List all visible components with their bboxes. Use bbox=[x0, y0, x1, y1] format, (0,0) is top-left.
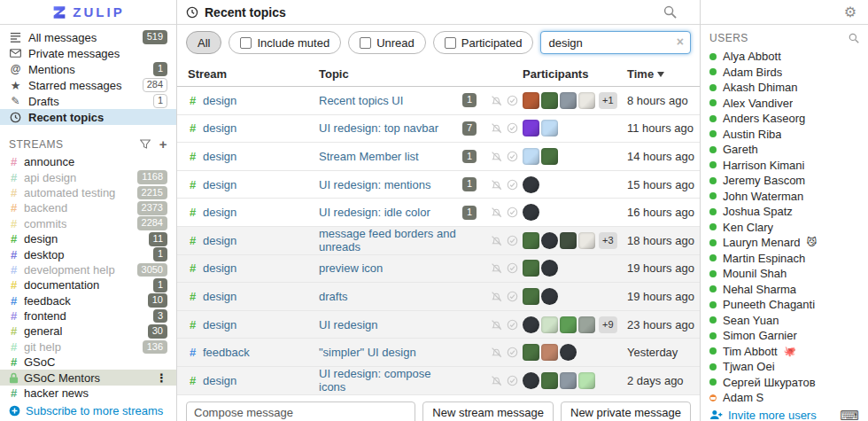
stream-link[interactable]: design bbox=[203, 150, 236, 163]
user-list-item[interactable]: Akash Dhiman bbox=[701, 80, 868, 96]
stream-link[interactable]: design bbox=[203, 234, 236, 247]
participant-avatar[interactable] bbox=[541, 372, 558, 389]
sidebar-stream-automated-testing[interactable]: #automated testing2215 bbox=[0, 185, 176, 200]
clear-search-icon[interactable]: × bbox=[677, 35, 684, 49]
mute-topic-icon[interactable] bbox=[491, 95, 502, 106]
participant-avatar[interactable] bbox=[523, 316, 539, 333]
mute-topic-icon[interactable] bbox=[491, 235, 502, 246]
stream-link[interactable]: design bbox=[203, 94, 236, 107]
user-list-item[interactable]: Adam S bbox=[701, 390, 868, 406]
sidebar-stream-development-help[interactable]: #development help3050 bbox=[0, 262, 176, 277]
user-list-item[interactable]: Nehal Sharma bbox=[701, 282, 868, 298]
user-list-item[interactable]: Joshua Spatz bbox=[701, 204, 868, 220]
participant-avatar[interactable] bbox=[541, 316, 558, 333]
mute-topic-icon[interactable] bbox=[491, 375, 502, 386]
stream-link[interactable]: design bbox=[203, 261, 236, 275]
mark-read-icon[interactable] bbox=[507, 375, 518, 386]
topic-link[interactable]: UI redesign: idle color bbox=[319, 206, 430, 219]
topic-row[interactable]: #designStream Member list114 hours ago bbox=[177, 142, 700, 170]
topic-link[interactable]: UI redesign: mentions bbox=[319, 178, 430, 191]
gear-icon[interactable]: ⚙ bbox=[844, 5, 856, 19]
participant-avatar[interactable] bbox=[523, 204, 539, 221]
filter-include-muted-button[interactable]: Include muted bbox=[229, 31, 341, 54]
mark-read-icon[interactable] bbox=[507, 207, 518, 218]
topic-row[interactable]: #designUI redesign: idle color116 hours … bbox=[177, 198, 700, 226]
participant-avatar[interactable] bbox=[523, 120, 539, 136]
include-muted-checkbox[interactable] bbox=[240, 37, 252, 49]
user-list-item[interactable]: Gareth bbox=[701, 142, 868, 158]
topic-link[interactable]: preview icon bbox=[319, 261, 383, 275]
user-list-item[interactable]: Martin Espinach bbox=[701, 251, 868, 267]
mute-topic-icon[interactable] bbox=[491, 347, 502, 358]
user-list-item[interactable]: Sean Yuan bbox=[701, 313, 868, 329]
participant-avatar[interactable] bbox=[578, 232, 595, 249]
user-list-item[interactable]: Adam Birds bbox=[701, 65, 868, 81]
participant-avatar[interactable] bbox=[560, 232, 577, 249]
mark-read-icon[interactable] bbox=[507, 235, 518, 246]
user-list-item[interactable]: Harrison Kimani bbox=[701, 158, 868, 174]
participant-avatar[interactable] bbox=[523, 344, 539, 361]
filter-participated-button[interactable]: Participated bbox=[433, 31, 534, 54]
sidebar-item-starred-messages[interactable]: ★Starred messages284 bbox=[0, 77, 176, 93]
mute-topic-icon[interactable] bbox=[491, 151, 502, 162]
mark-read-icon[interactable] bbox=[507, 122, 518, 134]
filter-all-button[interactable]: All bbox=[186, 31, 221, 54]
mark-read-icon[interactable] bbox=[507, 319, 518, 331]
invite-more-users-link[interactable]: Invite more users bbox=[728, 409, 817, 421]
mark-read-icon[interactable] bbox=[507, 347, 518, 358]
user-list-item[interactable]: John Waterman bbox=[701, 189, 868, 205]
navbar-search-icon[interactable] bbox=[663, 5, 677, 19]
participant-avatar[interactable] bbox=[578, 372, 595, 389]
sidebar-item-drafts[interactable]: ✎Drafts1 bbox=[0, 93, 176, 109]
topic-row[interactable]: #designRecent topics UI1+18 hours ago bbox=[177, 87, 700, 114]
user-list-item[interactable]: Alya Abbott bbox=[701, 49, 868, 65]
stream-link[interactable]: design bbox=[203, 121, 236, 135]
mute-topic-icon[interactable] bbox=[491, 207, 502, 218]
stream-link[interactable]: design bbox=[203, 318, 236, 331]
stream-link[interactable]: design bbox=[203, 178, 236, 191]
participant-avatar[interactable] bbox=[523, 260, 539, 277]
add-stream-icon[interactable]: + bbox=[159, 137, 167, 151]
participant-avatar[interactable] bbox=[578, 316, 595, 333]
sidebar-stream-api-design[interactable]: #api design1168 bbox=[0, 169, 176, 184]
user-list-item[interactable]: Сергей Шкуратов bbox=[701, 375, 868, 391]
topic-row[interactable]: #designUI redesign: mentions115 hours ag… bbox=[177, 170, 700, 199]
participant-avatar[interactable] bbox=[560, 316, 577, 333]
column-header-participants[interactable]: Participants bbox=[523, 67, 627, 81]
new-stream-message-button[interactable]: New stream message bbox=[422, 402, 554, 421]
sidebar-stream-hacker-news[interactable]: #hacker news bbox=[0, 386, 176, 401]
stream-menu-icon[interactable]: ⋮ bbox=[156, 371, 167, 385]
user-list-item[interactable]: Puneeth Chaganti bbox=[701, 297, 868, 313]
topic-link[interactable]: Recent topics UI bbox=[319, 94, 403, 107]
topic-row[interactable]: #designUI redesign+923 hours ago bbox=[177, 310, 700, 339]
sidebar-stream-desktop[interactable]: #desktop1 bbox=[0, 246, 176, 261]
participant-avatar[interactable] bbox=[560, 92, 577, 109]
topic-link[interactable]: drafts bbox=[319, 290, 348, 303]
sidebar-stream-gsoc[interactable]: #GSoC bbox=[0, 355, 176, 370]
topic-row[interactable]: #feedback"simpler" UI designYesterday bbox=[177, 338, 700, 366]
mute-topic-icon[interactable] bbox=[491, 262, 502, 274]
participant-avatar[interactable] bbox=[560, 372, 577, 389]
user-list-item[interactable]: Jeremy Bascom bbox=[701, 173, 868, 189]
user-list-item[interactable]: Anders Kaseorg bbox=[701, 111, 868, 127]
sidebar-stream-design[interactable]: #design11 bbox=[0, 231, 176, 246]
mark-read-icon[interactable] bbox=[507, 179, 518, 191]
sidebar-stream-announce[interactable]: #announce bbox=[0, 154, 176, 169]
topic-link[interactable]: message feed borders and unreads bbox=[319, 227, 456, 253]
mute-topic-icon[interactable] bbox=[491, 179, 502, 191]
topic-link[interactable]: "simpler" UI design bbox=[319, 346, 416, 359]
user-list-item[interactable]: Ken Clary bbox=[701, 220, 868, 236]
sidebar-item-recent-topics[interactable]: Recent topics bbox=[0, 109, 176, 125]
topic-link[interactable]: UI redesign: top navbar bbox=[319, 121, 438, 135]
sidebar-stream-general[interactable]: #general30 bbox=[0, 324, 176, 339]
sidebar-stream-gsoc-mentors[interactable]: GSoC Mentors⋮ bbox=[0, 370, 176, 385]
participant-avatar[interactable] bbox=[523, 176, 539, 193]
stream-link[interactable]: design bbox=[203, 206, 236, 219]
participant-avatar[interactable] bbox=[541, 92, 558, 109]
user-list-item[interactable]: Alex Vandiver bbox=[701, 96, 868, 112]
sidebar-stream-backend[interactable]: #backend2373 bbox=[0, 200, 176, 215]
user-list-item[interactable]: Tjwan Oei bbox=[701, 359, 868, 375]
new-private-message-button[interactable]: New private message bbox=[561, 402, 691, 421]
filter-streams-icon[interactable] bbox=[140, 139, 151, 149]
participant-avatar[interactable] bbox=[541, 148, 558, 165]
